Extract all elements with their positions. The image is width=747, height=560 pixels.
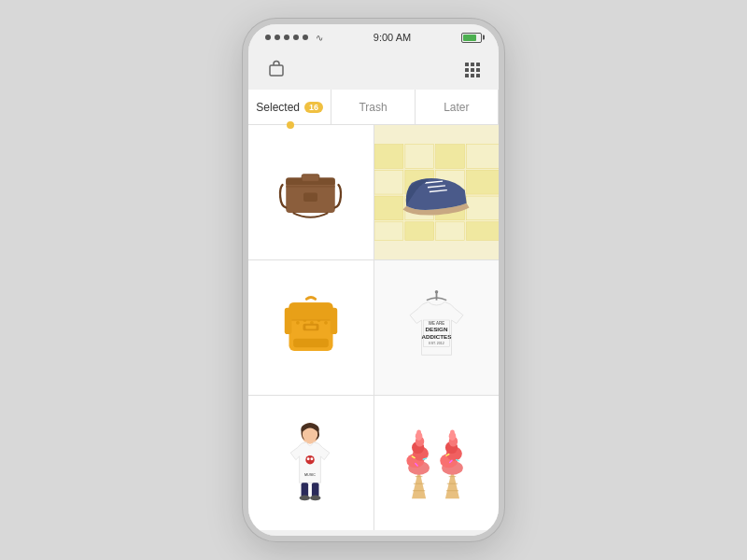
svg-text:MUSIC: MUSIC [304,473,316,477]
svg-rect-49 [285,308,292,334]
tab-active-indicator [287,121,294,129]
grid-dot [476,63,480,66]
grid-dot [465,74,469,77]
tab-later[interactable]: Later [416,90,499,124]
grid-dot [465,63,469,66]
grid-dot [476,68,480,72]
bottom-bar [248,530,499,536]
svg-point-76 [416,429,421,435]
svg-rect-3 [302,174,319,181]
tab-selected-badge: 16 [304,102,323,113]
shopping-bag-icon[interactable] [267,59,286,82]
battery-icon [461,33,482,43]
grid-menu-icon[interactable] [465,63,480,77]
svg-point-61 [311,457,314,460]
battery-fill [463,35,476,41]
tab-trash-label: Trash [359,101,387,114]
grid-dot [471,68,474,72]
product-yellow-backpack[interactable] [248,260,374,395]
svg-point-28 [424,181,426,183]
grid-dot [471,63,474,66]
svg-rect-0 [270,65,283,76]
status-time: 9:00 AM [374,32,411,43]
svg-point-86 [450,429,455,435]
wifi-icon: ∿ [316,33,323,43]
svg-point-43 [324,321,328,325]
tab-selected-label: Selected [256,101,300,114]
product-image-girl-tshirt: MUSIC [248,396,374,530]
svg-rect-5 [303,192,317,201]
svg-text:DESIGN: DESIGN [425,326,447,332]
svg-point-52 [434,290,438,294]
product-image-brown-bag [248,125,374,259]
svg-rect-50 [330,308,337,334]
product-girl-tshirt[interactable]: MUSIC [248,396,374,530]
svg-point-59 [306,455,315,464]
signal-dot [293,35,299,40]
svg-point-60 [307,457,310,460]
svg-point-27 [420,184,422,186]
product-ice-cream[interactable] [374,396,500,530]
product-design-tshirt[interactable]: WE ARE DESIGN ADDICTES EST. 2012 [374,260,500,395]
tab-bar: Selected 16 Trash Later [248,90,499,125]
svg-point-26 [416,188,418,189]
svg-text:EST. 2012: EST. 2012 [429,342,444,345]
grid-dot [465,68,469,72]
product-blue-shoe[interactable] [374,125,500,259]
product-image-yellow-backpack [248,260,374,395]
grid-dot [471,74,474,77]
svg-text:ADDICTES: ADDICTES [421,333,451,340]
signal-dot [284,35,289,40]
signal-dot [265,35,271,40]
app-header [248,50,499,90]
svg-point-64 [300,496,310,501]
svg-rect-62 [302,483,309,497]
product-brown-bag[interactable] [248,125,374,259]
svg-rect-44 [289,302,332,320]
svg-point-39 [296,321,300,325]
grid-dot [476,74,480,77]
svg-point-65 [310,496,320,501]
svg-rect-48 [293,339,329,347]
signal-icons: ∿ [265,33,323,43]
product-image-ice-cream [374,396,500,530]
product-image-design-tshirt: WE ARE DESIGN ADDICTES EST. 2012 [374,260,500,395]
svg-rect-63 [312,483,319,497]
signal-dot [275,35,280,40]
phone-frame: ∿ 9:00 AM Selected 16 [243,19,504,541]
tab-trash[interactable]: Trash [331,90,415,124]
svg-rect-47 [305,326,316,329]
signal-dot [303,35,308,40]
product-grid: WE ARE DESIGN ADDICTES EST. 2012 [248,125,499,530]
tab-later-label: Later [444,101,469,114]
tab-selected[interactable]: Selected 16 [248,90,331,124]
status-bar: ∿ 9:00 AM [248,24,499,50]
product-image-blue-shoe [374,125,500,259]
